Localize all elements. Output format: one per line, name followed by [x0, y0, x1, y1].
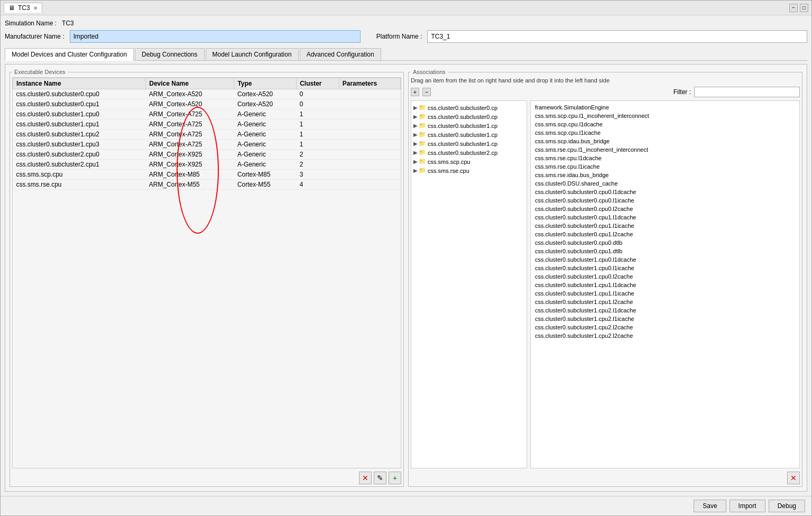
- cell-params: [339, 99, 400, 109]
- table-row[interactable]: css.sms.rse.cpuARM_Cortex-M55Cortex-M554: [13, 180, 401, 190]
- main-panel: Executable Devices Instance Name Device …: [5, 64, 807, 492]
- list-item[interactable]: css.cluster0.subcluster1.cpu1.l2cache: [533, 298, 797, 306]
- tab-model-devices[interactable]: Model Devices and Cluster Configuration: [5, 48, 134, 61]
- tree-item-label: css.sms.rse.cpu: [428, 168, 469, 174]
- tree-item-label: css.cluster0.subcluster1.cp: [428, 141, 497, 147]
- list-item[interactable]: css.sms.rse.cpu.l1icache: [533, 162, 797, 171]
- list-item[interactable]: css.sms.scp.cpu.l1icache: [533, 128, 797, 137]
- tree-item[interactable]: ▶ 📁 css.cluster0.subcluster1.cp: [413, 139, 524, 148]
- cell-params: [339, 109, 400, 119]
- debug-button[interactable]: Debug: [769, 500, 805, 512]
- tree-item[interactable]: ▶ 📁 css.cluster0.subcluster1.cp: [413, 130, 524, 139]
- list-item[interactable]: css.cluster0.subcluster0.cpu1.l1dcache: [533, 213, 797, 222]
- import-button[interactable]: Import: [730, 500, 765, 512]
- minimize-button[interactable]: −: [789, 4, 798, 12]
- table-row[interactable]: css.cluster0.subcluster2.cpu0ARM_Cortex-…: [13, 150, 401, 160]
- cell-params: [339, 119, 400, 130]
- cell-cluster: 1: [297, 119, 339, 130]
- list-item[interactable]: css.cluster0.subcluster1.cpu0.l2cache: [533, 272, 797, 281]
- cell-instance: css.cluster0.subcluster0.cpu0: [13, 89, 146, 99]
- table-row[interactable]: css.cluster0.subcluster2.cpu1ARM_Cortex-…: [13, 160, 401, 170]
- cell-device: ARM_Cortex-X925: [146, 160, 234, 170]
- tree-item[interactable]: ▶ 📁 css.sms.rse.cpu: [413, 166, 524, 175]
- list-item[interactable]: css.sms.scp.cpu.l1_incoherent_interconne…: [533, 112, 797, 120]
- list-item[interactable]: css.cluster0.subcluster0.cpu1.l1icache: [533, 222, 797, 230]
- table-row[interactable]: css.cluster0.subcluster0.cpu1ARM_Cortex-…: [13, 99, 401, 109]
- cell-instance: css.cluster0.subcluster1.cpu1: [13, 119, 146, 130]
- cell-instance: css.cluster0.subcluster1.cpu2: [13, 130, 146, 140]
- list-item[interactable]: css.cluster0.subcluster0.cpu1.l2cache: [533, 230, 797, 238]
- list-item[interactable]: css.cluster0.subcluster0.cpu1.dtlb: [533, 247, 797, 255]
- list-item[interactable]: css.sms.rse.cpu.l1dcache: [533, 154, 797, 162]
- tree-item[interactable]: ▶ 📁 css.cluster0.subcluster0.cp: [413, 103, 524, 112]
- collapse-all-button[interactable]: −: [422, 88, 431, 96]
- cell-type: A-Generic: [234, 140, 297, 150]
- tab-advanced-config[interactable]: Advanced Configuration: [300, 48, 381, 60]
- cell-device: ARM_Cortex-X925: [146, 150, 234, 160]
- list-item[interactable]: css.cluster0.subcluster1.cpu1.l1dcache: [533, 281, 797, 289]
- table-row[interactable]: css.cluster0.subcluster0.cpu0ARM_Cortex-…: [13, 89, 401, 99]
- list-item[interactable]: css.cluster0.subcluster0.cpu0.l1dcache: [533, 188, 797, 196]
- table-row[interactable]: css.sms.scp.cpuARM_Cortex-M85Cortex-M853: [13, 170, 401, 180]
- list-item[interactable]: css.cluster0.subcluster1.cpu0.l1dcache: [533, 255, 797, 264]
- list-item[interactable]: css.cluster0.subcluster0.cpu0.l2cache: [533, 205, 797, 213]
- list-item[interactable]: css.cluster0.DSU.shared_cache: [533, 179, 797, 188]
- list-item[interactable]: css.cluster0.subcluster1.cpu2.l2cache: [533, 331, 797, 340]
- cell-device: ARM_Cortex-A725: [146, 140, 234, 150]
- list-item[interactable]: framework.SimulationEngine: [533, 103, 797, 112]
- associations-toolbar: + − Filter :: [411, 87, 800, 97]
- cell-cluster: 2: [297, 150, 339, 160]
- folder-icon: 📁: [419, 140, 426, 147]
- expand-all-button[interactable]: +: [411, 88, 419, 96]
- table-row[interactable]: css.cluster0.subcluster1.cpu1ARM_Cortex-…: [13, 119, 401, 130]
- cell-instance: css.sms.rse.cpu: [13, 180, 146, 190]
- cell-params: [339, 140, 400, 150]
- tree-item[interactable]: ▶ 📁 css.sms.scp.cpu: [413, 157, 524, 166]
- list-item[interactable]: css.cluster0.subcluster1.cpu2.l1icache: [533, 315, 797, 323]
- tab-model-launch[interactable]: Model Launch Configuration: [206, 48, 299, 60]
- list-item[interactable]: css.sms.scp.idau.bus_bridge: [533, 137, 797, 145]
- manufacturer-platform-row: Manufacturer Name : Platform Name :: [5, 30, 807, 43]
- simulation-row: Simulation Name : TC3: [5, 20, 807, 27]
- cell-params: [339, 170, 400, 180]
- col-params: Parameters: [339, 78, 400, 89]
- tree-item[interactable]: ▶ 📁 css.cluster0.subcluster0.cp: [413, 112, 524, 121]
- cell-device: ARM_Cortex-A520: [146, 89, 234, 99]
- tree-item[interactable]: ▶ 📁 css.cluster0.subcluster1.cp: [413, 121, 524, 130]
- list-item[interactable]: css.sms.scp.cpu.l1dcache: [533, 120, 797, 128]
- cell-cluster: 3: [297, 170, 339, 180]
- edit-device-button[interactable]: ✎: [374, 472, 386, 484]
- tab-debug-connections[interactable]: Debug Connections: [135, 48, 204, 60]
- title-tab[interactable]: 🖥 TC3 ✕: [4, 3, 42, 13]
- list-item[interactable]: css.cluster0.subcluster1.cpu2.l2cache: [533, 323, 797, 331]
- list-item[interactable]: css.sms.rse.idau.bus_bridge: [533, 171, 797, 179]
- table-row[interactable]: css.cluster0.subcluster1.cpu2ARM_Cortex-…: [13, 130, 401, 140]
- list-item[interactable]: css.cluster0.subcluster1.cpu1.l1icache: [533, 289, 797, 298]
- delete-device-button[interactable]: ✕: [359, 472, 372, 484]
- cell-cluster: 1: [297, 109, 339, 119]
- save-button[interactable]: Save: [694, 500, 726, 512]
- maximize-button[interactable]: □: [800, 4, 808, 12]
- manufacturer-input[interactable]: [70, 30, 361, 43]
- table-row[interactable]: css.cluster0.subcluster1.cpu3ARM_Cortex-…: [13, 140, 401, 150]
- tab-icon: 🖥: [8, 4, 15, 12]
- list-item[interactable]: css.cluster0.subcluster0.cpu0.dtlb: [533, 238, 797, 247]
- list-item[interactable]: css.cluster0.subcluster0.cpu0.l1icache: [533, 196, 797, 205]
- cell-params: [339, 150, 400, 160]
- folder-icon: 📁: [419, 149, 426, 156]
- filter-input[interactable]: [694, 87, 800, 97]
- list-item[interactable]: css.cluster0.subcluster1.cpu0.l1icache: [533, 264, 797, 272]
- table-row[interactable]: css.cluster0.subcluster1.cpu0ARM_Cortex-…: [13, 109, 401, 119]
- add-device-button[interactable]: +: [389, 472, 401, 484]
- folder-icon: 📁: [419, 104, 426, 111]
- delete-association-button[interactable]: ✕: [787, 472, 800, 484]
- list-item[interactable]: css.cluster0.subcluster1.cpu2.l1dcache: [533, 306, 797, 315]
- platform-input[interactable]: [427, 30, 807, 43]
- close-tab-button[interactable]: ✕: [33, 5, 38, 11]
- col-instance: Instance Name: [13, 78, 146, 89]
- cell-params: [339, 180, 400, 190]
- associations-panel: Associations Drag an item from the list …: [408, 69, 802, 487]
- tree-item[interactable]: ▶ 📁 css.cluster0.subcluster2.cp: [413, 148, 524, 157]
- cell-instance: css.cluster0.subcluster2.cpu1: [13, 160, 146, 170]
- list-item[interactable]: css.sms.rse.cpu.l1_incoherent_interconne…: [533, 145, 797, 154]
